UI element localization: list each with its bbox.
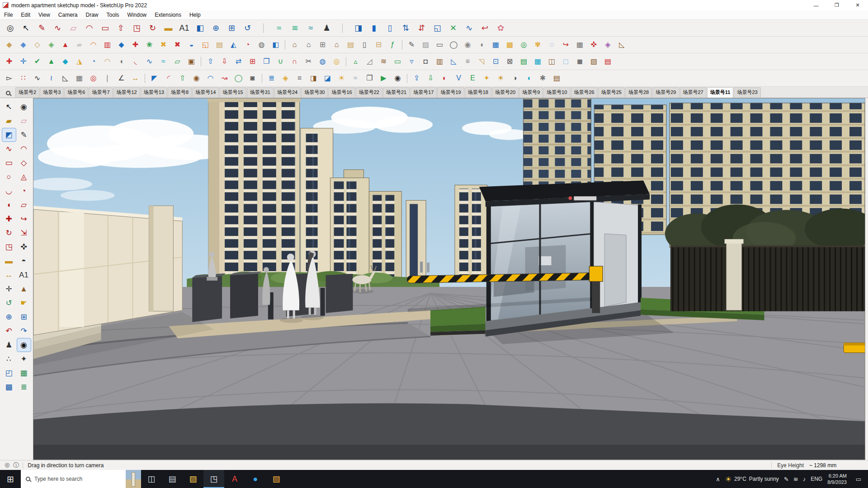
search-highlight-image[interactable] (126, 470, 141, 488)
follow-me-tool[interactable]: ↪ (17, 212, 31, 225)
r3-mirror-icon[interactable]: ⇄ (232, 55, 245, 68)
scene-tab[interactable]: 场景号10 (543, 87, 570, 98)
circle-tool[interactable]: ○ (2, 170, 16, 183)
r3-truss-icon[interactable]: ◹ (475, 55, 488, 68)
r4-shell-icon[interactable]: ◯ (232, 72, 245, 84)
menu-item[interactable]: Draw (82, 11, 103, 19)
r4-fog-icon[interactable]: ≈ (349, 72, 362, 84)
r4-stack-icon[interactable]: ▤ (550, 72, 563, 84)
text-tool[interactable]: A1 (17, 268, 31, 282)
plugin-wall-icon[interactable]: ▤ (344, 38, 357, 51)
r3-glass-icon[interactable]: ◻ (559, 55, 572, 68)
plugin-panel-icon[interactable]: ▰ (73, 38, 86, 51)
plugin-house-brown-icon[interactable]: ⌂ (330, 38, 343, 51)
weather-widget[interactable]: ☀ 29°C Partly sunny (725, 475, 779, 483)
r3-frame-icon[interactable]: ◫ (545, 55, 558, 68)
pushpull-tool-icon[interactable]: ⇧ (113, 22, 128, 34)
plugin-fredo-icon[interactable]: ƒ (386, 38, 399, 51)
r4-fillet-icon[interactable]: ◜ (162, 72, 175, 84)
plugin-window-icon[interactable]: ⊞ (316, 38, 329, 51)
paint-bucket-icon[interactable]: ◧ (193, 22, 208, 34)
protractor-tool[interactable]: ◓ (17, 254, 31, 267)
scene-tab[interactable]: 场景号7 (89, 87, 113, 98)
panel-icon[interactable]: ▯ (382, 22, 397, 34)
r3-box-icon[interactable]: ▣ (185, 55, 198, 68)
r4-thicken-icon[interactable]: ◙ (246, 72, 259, 84)
r4-materials-icon[interactable]: ◨ (307, 72, 320, 84)
r4-angle-icon[interactable]: ∠ (115, 72, 128, 84)
scene-tab[interactable]: 场景号2 (15, 87, 39, 98)
rotate-tool-icon[interactable]: ↻ (145, 22, 160, 34)
scene-tab[interactable]: 场景号12 (113, 87, 140, 98)
r3-weld-icon[interactable]: ∪ (274, 55, 287, 68)
r3-shell-icon[interactable]: ◠ (101, 55, 114, 68)
r4-scenes-icon[interactable]: ❐ (363, 72, 376, 84)
r3-arrow-down-icon[interactable]: ⇩ (218, 55, 231, 68)
r3-bend-icon[interactable]: ◟ (129, 55, 142, 68)
r3-cone-icon[interactable]: ▲ (45, 55, 58, 68)
r4-export-icon[interactable]: ⇪ (410, 72, 423, 84)
tool-icon[interactable] (283, 39, 287, 51)
network-icon[interactable]: ≋ (793, 476, 798, 483)
move-tool[interactable]: ✜ (17, 240, 31, 253)
notification-center-icon[interactable]: ▭ (852, 476, 865, 483)
scene-tab[interactable]: 场景号30 (301, 87, 328, 98)
viewport-3d[interactable] (33, 98, 865, 460)
volume-icon[interactable]: ♪ (803, 476, 806, 483)
r4-render-icon[interactable]: ◐ (438, 72, 451, 84)
plugin-house-gray-icon[interactable]: ⌂ (302, 38, 315, 51)
scene-tab[interactable]: 场景号14 (192, 87, 219, 98)
r3-stamp-icon[interactable]: ◘ (419, 55, 432, 68)
ellipse-tool[interactable]: ◖ (2, 198, 16, 211)
r3-pipe-icon[interactable]: ◖ (115, 55, 128, 68)
plugin-diamond-icon[interactable]: ◆ (115, 38, 128, 51)
ribbon-icon[interactable]: ✿ (493, 22, 508, 34)
tape-measure-tool[interactable]: ▬ (2, 254, 16, 267)
r4-shadows-icon[interactable]: ☀ (335, 72, 348, 84)
tool-icon[interactable] (199, 56, 203, 67)
r3-solid-icon[interactable]: ◍ (316, 55, 329, 68)
rectangle-tool[interactable]: ▭ (2, 156, 16, 169)
r3-pyramid-icon[interactable]: ◮ (73, 55, 86, 68)
start-button[interactable]: ⊞ (0, 470, 21, 488)
r3-split-icon[interactable]: ∩ (288, 55, 301, 68)
scene-tab[interactable]: 场景号27 (680, 87, 707, 98)
plugin-fill-icon[interactable]: ◧ (269, 38, 282, 51)
r3-wood-icon[interactable]: ▧ (587, 55, 600, 68)
r3-metal-icon[interactable]: ◼ (573, 55, 586, 68)
r3-railing-icon[interactable]: ≡ (461, 55, 474, 68)
r3-terrain-icon[interactable]: ▵ (349, 55, 362, 68)
r4-lathe-icon[interactable]: ◉ (190, 72, 203, 84)
plugin-flower-icon[interactable]: ✾ (531, 38, 544, 51)
minimize-button[interactable]: — (806, 0, 826, 10)
plugin-roof-icon[interactable]: ◱ (199, 38, 212, 51)
scene-tab[interactable]: 场景号3 (40, 87, 64, 98)
menu-item[interactable]: Help (185, 11, 205, 19)
scene-tab[interactable]: 场景号25 (598, 87, 625, 98)
plugin-cross-icon[interactable]: ✜ (587, 38, 600, 51)
r3-skylight-icon[interactable]: ⊠ (503, 55, 516, 68)
tool-icon[interactable] (344, 56, 348, 67)
menu-item[interactable]: Extensions (151, 11, 185, 19)
paint-roller-tool[interactable]: ▰ (2, 114, 16, 127)
next-view-tool[interactable]: ↷ (17, 324, 31, 338)
r4-measure-icon[interactable]: ↔ (129, 72, 142, 84)
r4-sweep-icon[interactable]: ↝ (218, 72, 231, 84)
menu-item[interactable]: File (0, 11, 17, 19)
sandbox-from-contours-icon[interactable]: ≈ (272, 22, 287, 34)
r4-layers-icon[interactable]: ≣ (265, 72, 278, 84)
menu-item[interactable]: Window (123, 11, 151, 19)
sandbox-stamp-icon[interactable]: ≈ (303, 22, 318, 34)
close-button[interactable]: ✕ (847, 0, 868, 10)
file-explorer-icon[interactable]: ▨ (183, 470, 203, 488)
plugin-circle-icon[interactable]: ◯ (447, 38, 460, 51)
r3-array-icon[interactable]: ⊞ (246, 55, 259, 68)
plugin-rect-icon[interactable]: ▭ (433, 38, 446, 51)
plugin-cloud-icon[interactable]: ◌ (545, 38, 558, 51)
select-tool-icon[interactable]: ↖ (19, 22, 33, 34)
plugin-door-icon[interactable]: ▯ (358, 38, 371, 51)
geolocation-icon[interactable]: ◎ (5, 461, 9, 469)
scene-tab[interactable]: 场景号26 (571, 87, 598, 98)
rotated-rectangle-tool[interactable]: ◇ (17, 156, 31, 169)
pen-icon[interactable]: ✎ (784, 476, 789, 483)
